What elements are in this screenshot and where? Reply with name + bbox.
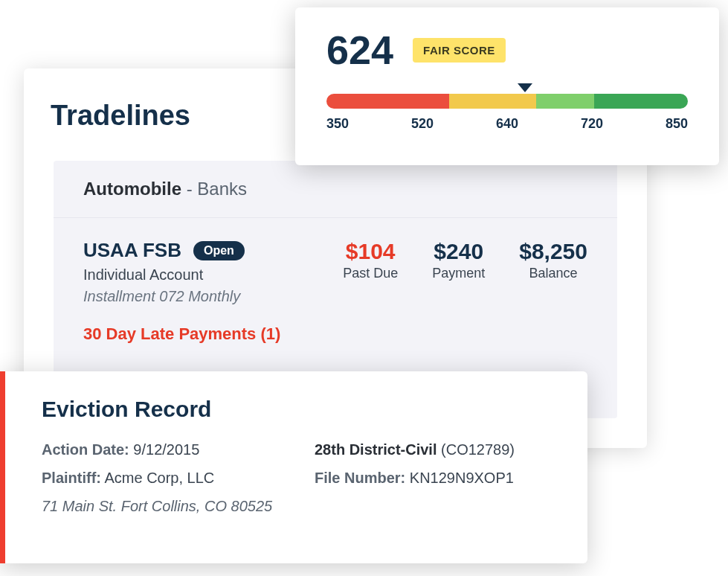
tradeline-account-row: USAA FSB Open Individual Account Install…: [54, 218, 617, 320]
action-date-label: Action Date:: [42, 441, 129, 458]
eviction-record-card: Eviction Record Action Date: 9/12/2015 P…: [0, 371, 587, 563]
balance-value: $8,250: [519, 239, 587, 264]
gauge-tick: 350: [326, 116, 349, 132]
file-number-label: File Number:: [315, 470, 405, 486]
metric-past-due: $104 Past Due: [343, 239, 398, 281]
gauge-segment: [449, 94, 536, 109]
account-type: Individual Account: [83, 266, 343, 284]
payment-value: $240: [432, 239, 485, 264]
eviction-court: 28th District-Civil: [315, 441, 437, 458]
credit-score-gauge: 350520640720850: [326, 94, 688, 132]
balance-label: Balance: [519, 266, 587, 281]
gauge-bar: [326, 94, 688, 109]
file-number-value: KN129N9XOP1: [410, 470, 514, 486]
gauge-segment: [594, 94, 688, 109]
past-due-label: Past Due: [343, 266, 398, 281]
account-name: USAA FSB: [83, 239, 181, 262]
gauge-tick: 850: [666, 116, 688, 132]
late-payments-notice: 30 Day Late Payments (1): [54, 320, 617, 359]
account-metrics: $104 Past Due $240 Payment $8,250 Balanc…: [343, 239, 587, 281]
metric-payment: $240 Payment: [432, 239, 485, 281]
gauge-tick: 720: [581, 116, 603, 132]
gauge-segment: [536, 94, 594, 109]
tradeline-category-source: - Banks: [181, 179, 247, 199]
eviction-address: 71 Main St. Fort Collins, CO 80525: [42, 492, 285, 520]
plaintiff-label: Plaintiff:: [42, 470, 101, 486]
gauge-tick: 640: [496, 116, 518, 132]
account-status-badge: Open: [193, 241, 245, 260]
eviction-heading: Eviction Record: [42, 397, 558, 422]
past-due-value: $104: [343, 239, 398, 264]
action-date-value: 9/12/2015: [133, 441, 199, 458]
eviction-court-code: (CO12789): [441, 441, 515, 458]
gauge-tick: 520: [411, 116, 434, 132]
credit-score-card: 624 FAIR SCORE 350520640720850: [295, 7, 719, 165]
tradelines-heading: Tradelines: [51, 100, 190, 132]
eviction-right-column: 28th District-Civil (CO12789) File Numbe…: [315, 435, 558, 520]
metric-balance: $8,250 Balance: [519, 239, 587, 281]
tradeline-category: Automobile: [83, 179, 181, 199]
tradeline-account-left: USAA FSB Open Individual Account Install…: [83, 239, 343, 305]
account-terms: Installment 072 Monthly: [83, 288, 343, 305]
gauge-segment: [326, 94, 449, 109]
eviction-left-column: Action Date: 9/12/2015 Plaintiff: Acme C…: [42, 435, 285, 520]
payment-label: Payment: [432, 266, 485, 281]
gauge-pointer-icon: [518, 83, 532, 92]
plaintiff-value: Acme Corp, LLC: [104, 470, 214, 486]
credit-score-value: 624: [326, 30, 393, 70]
gauge-tick-labels: 350520640720850: [326, 116, 688, 132]
tradeline-category-row: Automobile - Banks: [54, 161, 617, 218]
credit-score-badge: FAIR SCORE: [413, 38, 506, 63]
